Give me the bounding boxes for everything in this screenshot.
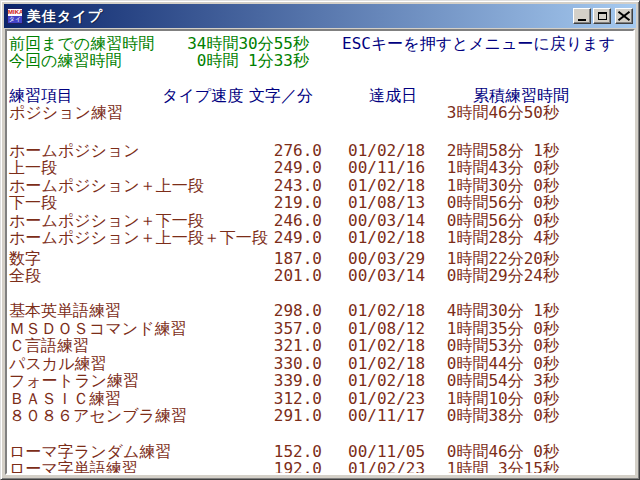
table-header-row: 練習項目 タイプ速度 文字／分 達成日 累積練習時間	[7, 86, 633, 103]
summary-name: ポジション練習	[9, 103, 123, 124]
app-window: MIKA タイプ 美佳タイプ 前回までの練習時間 34時間30分55秒 ESCキ…	[0, 0, 640, 480]
row-speed: 339.0	[217, 371, 322, 390]
minimize-button[interactable]	[573, 8, 591, 24]
row-time: 0時間29分24秒	[387, 266, 559, 287]
row-time: 0時間38分 0秒	[387, 406, 559, 427]
previous-time-line: 前回までの練習時間 34時間30分55秒 ESCキーを押すとメニューに戻ります	[7, 34, 633, 51]
table-row: フォートラン練習339.001/02/180時間54分 3秒	[7, 371, 633, 388]
close-icon	[618, 11, 630, 21]
row-name: 全段	[9, 266, 41, 287]
row-speed: 298.0	[217, 301, 322, 320]
table-row: ＢＡＳＩＣ練習312.001/02/231時間10分 0秒	[7, 389, 633, 406]
table-row: ホームポジション＋上一段＋下一段249.001/02/181時間28分 4秒	[7, 228, 633, 245]
table-row: 上一段249.000/11/161時間43分 0秒	[7, 158, 633, 175]
window-title: 美佳タイプ	[27, 4, 103, 28]
row-speed: 291.0	[217, 406, 322, 425]
titlebar[interactable]: MIKA タイプ 美佳タイプ	[4, 4, 636, 28]
maximize-button[interactable]	[593, 8, 611, 24]
current-time-label: 今回の練習時間	[9, 51, 121, 72]
table-row: 下一段219.001/08/130時間56分 0秒	[7, 193, 633, 210]
table-row: ローマ字単語練習192.001/02/231時間 3分15秒	[7, 459, 633, 475]
position-summary-row: ポジション練習 3時間46分50秒	[7, 103, 633, 120]
row-speed: 201.0	[217, 266, 322, 285]
row-speed: 192.0	[217, 459, 322, 475]
table-row: ホームポジション＋上一段243.001/02/181時間30分 0秒	[7, 176, 633, 193]
client-area: 前回までの練習時間 34時間30分55秒 ESCキーを押すとメニューに戻ります …	[5, 29, 635, 475]
maximize-icon	[598, 12, 607, 20]
row-speed: 321.0	[217, 336, 322, 355]
table-row: ホームポジション276.001/02/182時間58分 1秒	[7, 141, 633, 158]
current-time-value: 0時間 1分33秒	[127, 51, 309, 72]
table-row: 基本英単語練習298.001/02/184時間30分 1秒	[7, 301, 633, 318]
row-time: 1時間 3分15秒	[387, 459, 559, 475]
current-time-line: 今回の練習時間 0時間 1分33秒	[7, 51, 633, 68]
row-speed: 219.0	[217, 193, 322, 212]
table-row: ローマ字ランダム練習152.000/11/050時間46分 0秒	[7, 442, 633, 459]
app-icon-bottom-text: タイプ	[8, 16, 22, 23]
summary-time: 3時間46分50秒	[387, 103, 559, 124]
record-canvas: 前回までの練習時間 34時間30分55秒 ESCキーを押すとメニューに戻ります …	[7, 31, 635, 475]
table-row: 全段201.000/03/140時間29分24秒	[7, 266, 633, 283]
row-name: ローマ字単語練習	[9, 459, 138, 475]
table-row: ホームポジション＋下一段246.000/03/140時間56分 0秒	[7, 211, 633, 228]
row-speed: 249.0	[217, 228, 322, 247]
table-row: パスカル練習330.001/02/180時間44分 0秒	[7, 354, 633, 371]
row-time: 1時間28分 4秒	[387, 228, 559, 249]
app-icon-top-text: MIKA	[8, 9, 22, 16]
window-controls	[573, 8, 633, 24]
table-row: 数字187.000/03/291時間22分20秒	[7, 249, 633, 266]
row-speed: 249.0	[217, 158, 322, 177]
app-icon: MIKA タイプ	[7, 8, 23, 24]
close-button[interactable]	[615, 8, 633, 24]
screen: MIKA タイプ 美佳タイプ 前回までの練習時間 34時間30分55秒 ESCキ…	[0, 0, 640, 480]
table-row: ＭＳＤＯＳコマンド練習357.001/08/121時間35分 0秒	[7, 319, 633, 336]
row-name: ８０８６アセンブラ練習	[9, 406, 187, 427]
table-row: Ｃ言語練習321.001/02/180時間53分 0秒	[7, 336, 633, 353]
table-row: ８０８６アセンブラ練習291.000/11/170時間38分 0秒	[7, 406, 633, 423]
minimize-icon	[578, 19, 586, 21]
